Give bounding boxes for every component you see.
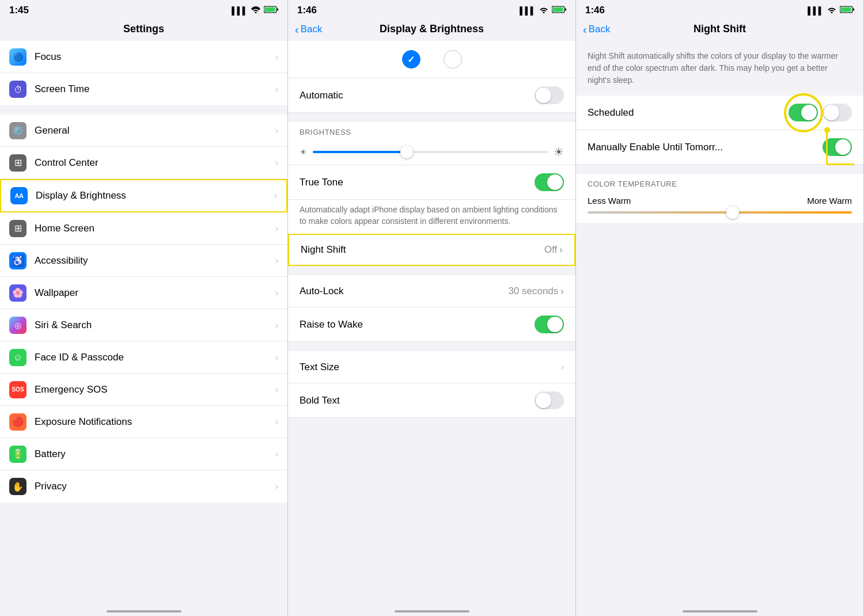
status-icons-1: ▌▌▌ [232,6,278,15]
automatic-label: Automatic [300,90,343,101]
true-tone-row[interactable]: True Tone [288,165,575,200]
raise-to-wake-row[interactable]: Raise to Wake [288,307,575,342]
raise-to-wake-label: Raise to Wake [300,319,363,330]
settings-title: Settings [123,23,164,35]
list-item-wallpaper[interactable]: 🌸 Wallpaper › [0,277,287,309]
divider-1 [0,110,287,115]
back-button-display[interactable]: ‹ Back [295,24,322,35]
list-item-focus[interactable]: 🔵 Focus › [0,41,287,73]
status-icons-2: ▌▌▌ [520,6,566,15]
control-chevron: › [275,158,278,168]
list-item-home-screen[interactable]: ⊞ Home Screen › [0,212,287,245]
night-shift-label: Night Shift [301,244,346,256]
less-warm-label: Less Warm [588,196,631,206]
color-temp-labels-row: Less Warm More Warm [576,191,863,208]
list-item-faceid[interactable]: ☺ Face ID & Passcode › [0,341,287,374]
home-indicator-2 [395,610,469,613]
night-header: ‹ Back Night Shift [576,18,863,41]
list-item-accessibility[interactable]: ♿ Accessibility › [0,245,287,277]
dark-mode-toggle[interactable] [444,50,462,69]
annotation-dot [824,127,830,133]
annotation-wrapper [789,104,818,121]
bold-text-row[interactable]: Bold Text [288,383,575,418]
auto-lock-value: 30 seconds › [508,286,564,297]
signal-icon-3: ▌▌▌ [808,6,824,15]
text-size-row[interactable]: Text Size › [288,351,575,383]
time-2: 1:46 [297,5,317,16]
night-title: Night Shift [694,23,746,35]
back-label-display: Back [301,24,323,35]
settings-panel: 1:45 ▌▌▌ Settings 🔵 Focus › [0,0,288,616]
settings-list: 🔵 Focus › ⏱ Screen Time › ⚙️ General › [0,41,287,606]
home-indicator-1 [107,610,181,613]
brightness-high-icon: ☀ [554,145,564,159]
battery-icon-item: 🔋 [9,446,26,463]
emergency-icon: SOS [9,381,26,398]
display-chevron: › [274,191,277,201]
true-tone-label: True Tone [300,177,343,188]
bold-text-toggle[interactable] [535,391,564,409]
exposure-icon: 🔴 [9,413,26,431]
brightness-row: ☀ ☀ [288,139,575,165]
privacy-label: Privacy [35,481,275,492]
siri-icon: ◎ [9,317,26,334]
scheduled-sub-toggle[interactable] [823,104,852,121]
brightness-slider[interactable] [313,151,548,153]
night-shift-value: Off › [544,244,563,256]
status-bar-1: 1:45 ▌▌▌ [0,0,287,18]
screen-time-label: Screen Time [35,83,275,95]
divider-text [288,347,575,351]
scheduled-toggle[interactable] [789,104,818,121]
control-label: Control Center [35,157,275,169]
true-tone-toggle[interactable] [535,173,564,191]
back-chevron-display: ‹ [295,24,299,35]
list-item-screen-time[interactable]: ⏱ Screen Time › [0,73,287,105]
text-section: Text Size › Bold Text [288,351,575,418]
list-item-general[interactable]: ⚙️ General › [0,115,287,147]
list-item-control-center[interactable]: ⊞ Control Center › [0,147,287,179]
back-chevron-night: ‹ [583,24,587,35]
automatic-toggle[interactable] [535,86,564,104]
battery-icon [264,6,278,15]
privacy-icon: ✋ [9,478,26,495]
bold-text-label: Bold Text [300,395,340,406]
annotation-horizontal-line [827,163,854,165]
siri-chevron: › [275,320,278,330]
raise-to-wake-toggle[interactable] [535,315,564,333]
manual-row[interactable]: Manually Enable Until Tomorr... [576,130,863,165]
list-item-exposure[interactable]: 🔴 Exposure Notifications › [0,406,287,438]
appearance-section: Automatic [288,41,575,113]
list-item-battery[interactable]: 🔋 Battery › [0,438,287,470]
annotation-vertical-line [826,130,828,165]
focus-label: Focus [35,51,275,63]
homescreen-icon: ⊞ [9,220,26,237]
brightness-low-icon: ☀ [300,147,307,157]
scheduled-label: Scheduled [588,107,634,119]
svg-rect-7 [841,7,851,12]
display-header: ‹ Back Display & Brightness [288,18,575,41]
list-item-privacy[interactable]: ✋ Privacy › [0,470,287,503]
color-temp-track[interactable] [588,211,852,214]
section-top: 🔵 Focus › ⏱ Screen Time › [0,41,287,105]
faceid-label: Face ID & Passcode [35,352,275,363]
general-icon: ⚙️ [9,122,26,139]
display-label: Display & Brightness [36,190,274,201]
faceid-icon: ☺ [9,349,26,366]
list-item-siri[interactable]: ◎ Siri & Search › [0,309,287,341]
night-shift-row[interactable]: Night Shift Off › [288,234,575,266]
text-size-chevron: › [561,362,564,372]
svg-rect-1 [265,7,275,12]
list-item-emergency[interactable]: SOS Emergency SOS › [0,374,287,406]
time-1: 1:45 [9,5,29,16]
text-size-label: Text Size [300,362,339,373]
signal-icon-2: ▌▌▌ [520,6,536,15]
scheduled-row[interactable]: Scheduled [576,96,863,130]
back-button-night[interactable]: ‹ Back [583,24,610,35]
auto-lock-row[interactable]: Auto-Lock 30 seconds › [288,275,575,307]
wallpaper-label: Wallpaper [35,287,275,299]
general-label: General [35,125,275,136]
light-mode-toggle[interactable] [402,50,420,69]
list-item-display[interactable]: AA Display & Brightness › [0,179,287,212]
automatic-row[interactable]: Automatic [288,78,575,113]
divider-brightness [288,117,575,122]
